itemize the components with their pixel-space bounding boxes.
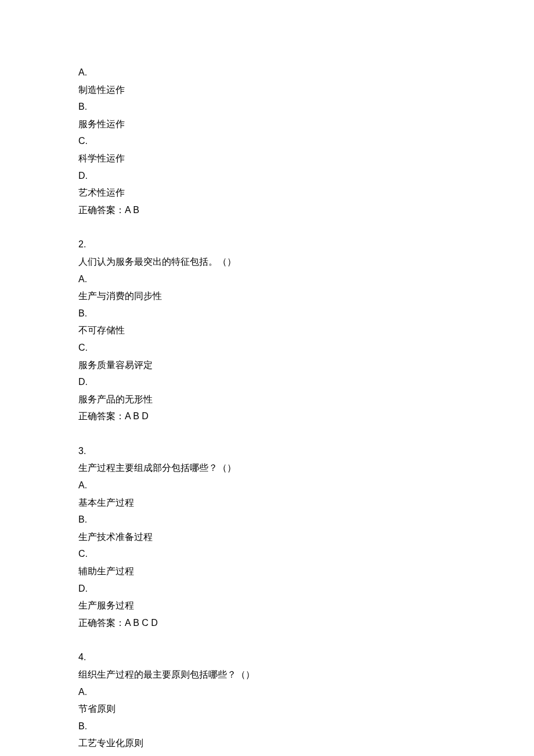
option-letter: C. (78, 339, 456, 357)
option-text: 服务性运作 (78, 116, 456, 133)
option-letter: B. (78, 98, 456, 116)
question-4: 4. 组织生产过程的最主要原则包括哪些？（） A. 节省原则 B. 工艺专业化原… (78, 649, 456, 756)
option-letter: A. (78, 683, 456, 701)
option-text: 生产技术准备过程 (78, 528, 456, 546)
option-letter: B. (78, 511, 456, 528)
option-letter: D. (78, 580, 456, 597)
option-letter: D. (78, 167, 456, 185)
option-letter: C. (78, 545, 456, 563)
option-letter: B. (78, 718, 456, 735)
option-letter: D. (78, 373, 456, 391)
option-text: 不可存储性 (78, 322, 456, 339)
option-letter: C. (78, 752, 456, 756)
correct-answer: 正确答案：A B (78, 201, 456, 219)
option-text: 节省原则 (78, 700, 456, 718)
question-number: 2. (78, 236, 456, 253)
option-letter: B. (78, 305, 456, 322)
question-text: 人们认为服务最突出的特征包括。（） (78, 253, 456, 271)
question-number: 3. (78, 442, 456, 460)
question-2: 2. 人们认为服务最突出的特征包括。（） A. 生产与消费的同步性 B. 不可存… (78, 236, 456, 425)
question-number: 4. (78, 649, 456, 666)
option-text: 艺术性运作 (78, 184, 456, 201)
option-text: 基本生产过程 (78, 494, 456, 512)
option-text: 辅助生产过程 (78, 563, 456, 580)
option-text: 生产服务过程 (78, 597, 456, 614)
question-text: 组织生产过程的最主要原则包括哪些？（） (78, 666, 456, 683)
question-text: 生产过程主要组成部分包括哪些？（） (78, 459, 456, 477)
option-letter: A. (78, 271, 456, 288)
option-text: 工艺专业化原则 (78, 735, 456, 752)
option-letter: A. (78, 64, 456, 81)
option-text: 生产与消费的同步性 (78, 287, 456, 305)
option-text: 制造性运作 (78, 81, 456, 99)
question-1: A. 制造性运作 B. 服务性运作 C. 科学性运作 D. 艺术性运作 正确答案… (78, 64, 456, 218)
correct-answer: 正确答案：A B D (78, 408, 456, 425)
option-letter: C. (78, 132, 456, 150)
correct-answer: 正确答案：A B C D (78, 614, 456, 632)
option-text: 服务产品的无形性 (78, 391, 456, 408)
option-text: 服务质量容易评定 (78, 357, 456, 374)
option-text: 科学性运作 (78, 150, 456, 167)
option-letter: A. (78, 477, 456, 494)
question-3: 3. 生产过程主要组成部分包括哪些？（） A. 基本生产过程 B. 生产技术准备… (78, 442, 456, 632)
